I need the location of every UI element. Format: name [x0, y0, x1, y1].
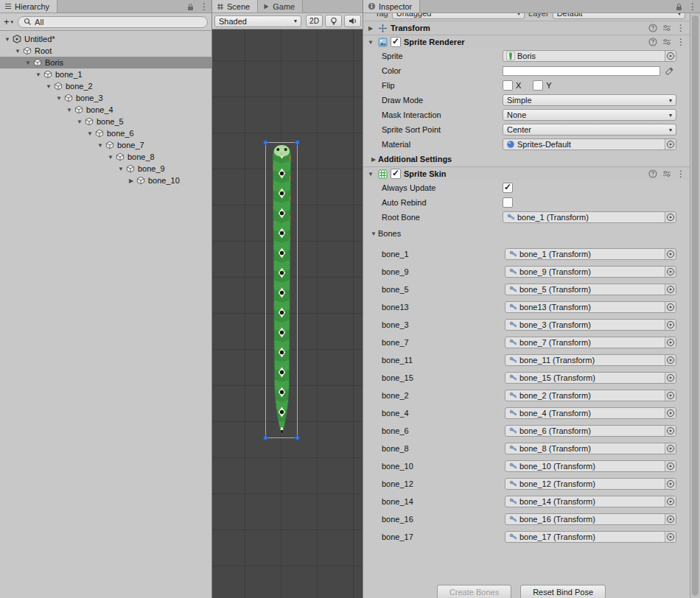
tab-game[interactable]: Game — [258, 0, 303, 13]
inspector-scrollbar[interactable] — [690, 13, 700, 598]
tag-dropdown[interactable]: Untagged ▾ — [392, 13, 525, 19]
hierarchy-item-bone-8[interactable]: ▼bone_8 — [0, 151, 211, 163]
bone-object-field[interactable]: bone_16 (Transform) — [505, 513, 676, 525]
object-picker-button[interactable] — [665, 302, 676, 312]
reset-bind-pose-button[interactable]: Reset Bind Pose — [520, 585, 606, 598]
bone-object-field[interactable]: bone_6 (Transform) — [505, 425, 676, 437]
hierarchy-item-bone-9[interactable]: ▼bone_9 — [0, 163, 211, 175]
auto-rebind-checkbox[interactable] — [503, 197, 513, 208]
bone-object-field[interactable]: bone_4 (Transform) — [505, 407, 676, 419]
flip-y-checkbox[interactable] — [533, 80, 543, 91]
hierarchy-item-bone-5[interactable]: ▼bone_5 — [0, 116, 211, 127]
sprite-sort-point-dropdown[interactable]: Center ▾ — [503, 124, 676, 136]
foldout-arrow[interactable]: ▼ — [44, 83, 53, 90]
root-bone-object-field[interactable]: bone_1 (Transform) — [503, 211, 676, 223]
bone-object-field[interactable]: bone_8 (Transform) — [505, 443, 676, 454]
sprite-skin-component-header[interactable]: ▼ Sprite Skin ⋮ — [363, 166, 690, 180]
foldout-arrow[interactable]: ▼ — [55, 95, 63, 102]
lock-icon[interactable] — [187, 3, 194, 11]
foldout-arrow[interactable]: ▼ — [3, 36, 12, 43]
shading-mode-dropdown[interactable]: Shaded ▾ — [214, 15, 301, 27]
foldout-arrow[interactable]: ▼ — [85, 130, 94, 137]
object-picker-button[interactable] — [665, 461, 676, 471]
transform-component-header[interactable]: ▶ Transform ⋮ — [363, 21, 690, 35]
tab-scene[interactable]: Scene — [212, 0, 258, 13]
panel-options-icon[interactable]: ⋮ — [688, 2, 697, 11]
foldout-arrow[interactable]: ▶ — [369, 156, 378, 163]
foldout-arrow[interactable]: ▼ — [75, 119, 84, 125]
layer-dropdown[interactable]: Default ▾ — [553, 13, 685, 19]
object-picker-button[interactable] — [665, 51, 676, 61]
presets-icon[interactable] — [662, 169, 671, 178]
object-picker-button[interactable] — [665, 139, 676, 150]
foldout-arrow[interactable]: ▼ — [34, 71, 43, 78]
hierarchy-item-bone-3[interactable]: ▼bone_3 — [0, 92, 211, 104]
object-picker-button[interactable] — [665, 320, 676, 330]
hierarchy-item-boris[interactable]: ▼Boris — [0, 57, 211, 68]
component-options-icon[interactable]: ⋮ — [676, 24, 685, 32]
create-object-button[interactable]: + ▾ — [4, 16, 13, 27]
scene-audio-button[interactable] — [344, 15, 361, 27]
foldout-arrow[interactable]: ▼ — [106, 154, 115, 161]
bone-object-field[interactable]: bone_1 (Transform) — [505, 248, 676, 260]
hierarchy-search-input[interactable]: All — [18, 16, 208, 28]
foldout-arrow[interactable]: ▶ — [366, 25, 375, 32]
bone-object-field[interactable]: bone_9 (Transform) — [505, 266, 676, 278]
bone-object-field[interactable]: bone_2 (Transform) — [505, 390, 676, 401]
scrollbar-thumb[interactable] — [692, 15, 699, 596]
object-picker-button[interactable] — [665, 212, 676, 222]
foldout-arrow[interactable]: ▼ — [366, 171, 375, 177]
bone-object-field[interactable]: bone_10 (Transform) — [505, 460, 676, 472]
object-picker-button[interactable] — [665, 390, 676, 401]
foldout-arrow[interactable]: ▼ — [65, 107, 74, 113]
hierarchy-item-bone-7[interactable]: ▼bone_7 — [0, 139, 211, 151]
hierarchy-item-bone-6[interactable]: ▼bone_6 — [0, 127, 211, 139]
lock-icon[interactable] — [676, 3, 682, 11]
bone-object-field[interactable]: bone_7 (Transform) — [505, 337, 676, 348]
bone-object-field[interactable]: bone_11 (Transform) — [505, 354, 676, 366]
boris-snake-sprite[interactable] — [267, 144, 297, 437]
panel-options-icon[interactable]: ⋮ — [200, 2, 209, 11]
material-object-field[interactable]: Sprites-Default — [503, 138, 676, 150]
object-picker-button[interactable] — [665, 284, 676, 295]
draw-mode-dropdown[interactable]: Simple ▾ — [503, 94, 676, 106]
hierarchy-item-bone-4[interactable]: ▼bone_4 — [0, 104, 211, 116]
sprite-object-field[interactable]: Boris — [503, 50, 676, 62]
bone-object-field[interactable]: bone_15 (Transform) — [505, 372, 676, 384]
color-swatch[interactable] — [503, 66, 660, 76]
tab-hierarchy[interactable]: Hierarchy — [0, 0, 57, 13]
help-icon[interactable] — [648, 38, 657, 46]
flip-x-checkbox[interactable] — [503, 80, 513, 91]
object-picker-button[interactable] — [665, 496, 676, 507]
object-picker-button[interactable] — [665, 479, 676, 489]
foldout-arrow[interactable]: ▼ — [366, 39, 375, 46]
component-enabled-checkbox[interactable] — [391, 169, 401, 179]
bone-object-field[interactable]: bone_5 (Transform) — [505, 284, 676, 295]
foldout-arrow[interactable]: ▼ — [116, 166, 125, 172]
foldout-arrow[interactable]: ▼ — [24, 60, 32, 66]
bone-object-field[interactable]: bone13 (Transform) — [505, 301, 676, 313]
presets-icon[interactable] — [662, 38, 671, 46]
object-picker-button[interactable] — [665, 337, 676, 348]
additional-settings-foldout[interactable]: ▶ Additional Settings — [363, 152, 690, 166]
bones-foldout[interactable]: ▼ Bones — [363, 226, 690, 241]
object-picker-button[interactable] — [665, 443, 676, 454]
hierarchy-item-bone-2[interactable]: ▼bone_2 — [0, 80, 211, 92]
bone-object-field[interactable]: bone_17 (Transform) — [505, 531, 676, 543]
help-icon[interactable] — [648, 24, 657, 32]
object-picker-button[interactable] — [665, 426, 676, 436]
foldout-arrow[interactable]: ▶ — [127, 177, 136, 184]
object-picker-button[interactable] — [665, 532, 676, 542]
tab-inspector[interactable]: Inspector — [363, 0, 420, 13]
bone-object-field[interactable]: bone_3 (Transform) — [505, 319, 676, 331]
object-picker-button[interactable] — [665, 249, 676, 259]
hierarchy-item-root[interactable]: ▼Root — [0, 45, 211, 57]
bone-object-field[interactable]: bone_12 (Transform) — [505, 478, 676, 490]
object-picker-button[interactable] — [665, 355, 676, 365]
component-enabled-checkbox[interactable] — [391, 37, 401, 47]
hierarchy-item-untitled-[interactable]: ▼Untitled* — [0, 33, 211, 45]
hierarchy-item-bone-10[interactable]: ▶bone_10 — [0, 175, 211, 186]
foldout-arrow[interactable]: ▼ — [96, 142, 105, 149]
scene-lighting-button[interactable] — [325, 15, 342, 27]
foldout-arrow[interactable]: ▼ — [13, 48, 22, 54]
